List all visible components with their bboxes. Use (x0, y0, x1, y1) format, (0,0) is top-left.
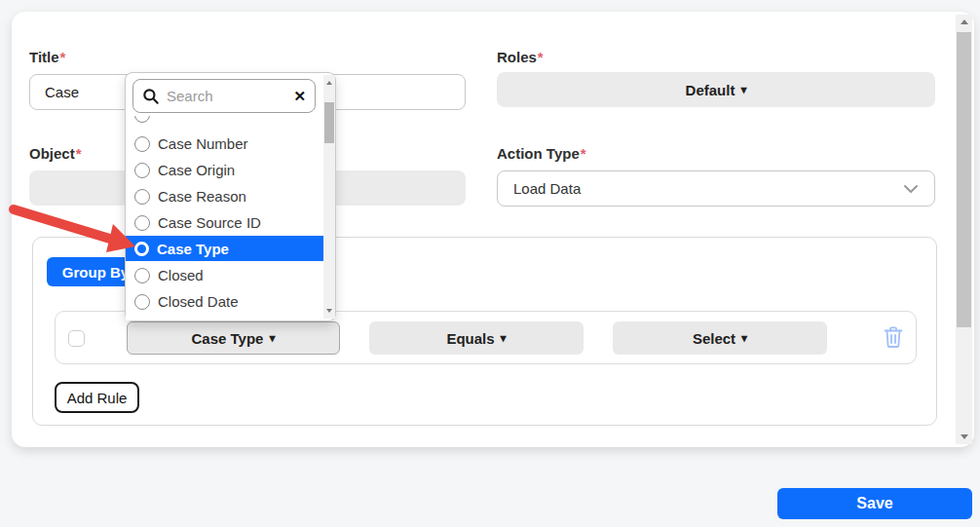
required-asterisk: * (538, 49, 544, 65)
option-label: Closed (158, 267, 204, 283)
caret-down-icon: ▾ (269, 332, 275, 344)
add-rule-button-label: Add Rule (67, 390, 128, 406)
action-type-label: Action Type* (497, 145, 586, 162)
modal-scrollbar-thumb[interactable] (957, 32, 971, 327)
chevron-down-icon (903, 180, 919, 197)
required-asterisk: * (581, 145, 586, 162)
object-label-text: Object (29, 145, 75, 162)
group-by-button-label: Group By (62, 264, 129, 281)
dropdown-option-case-number[interactable]: Case Number (126, 131, 323, 157)
action-type-label-text: Action Type (497, 145, 580, 162)
dropdown-option-closed-date[interactable]: Closed Date (126, 288, 323, 315)
dropdown-search-box: ✕ (132, 79, 316, 113)
radio-icon (134, 294, 150, 310)
clipped-radio-icon (134, 116, 150, 123)
dropdown-option-case-reason[interactable]: Case Reason (126, 183, 323, 209)
radio-icon (134, 163, 150, 178)
search-icon (142, 88, 160, 105)
radio-icon (134, 136, 150, 152)
trash-icon (882, 324, 905, 353)
required-asterisk: * (76, 145, 82, 162)
scroll-down-arrow-icon[interactable] (323, 305, 335, 317)
roles-dropdown-value: Default (686, 82, 735, 98)
roles-dropdown-button[interactable]: Default ▾ (497, 72, 935, 107)
rule-field-value: Case Type (192, 330, 264, 347)
page: Title* Case Roles* Default ▾ Object* Act… (0, 0, 980, 527)
dropdown-option-case-origin[interactable]: Case Origin (126, 157, 323, 183)
action-type-select-value: Load Data (513, 180, 581, 197)
rule-value-value: Select (693, 330, 735, 347)
rule-operator-dropdown-button[interactable]: Equals ▾ (369, 321, 584, 355)
save-button[interactable]: Save (777, 488, 972, 519)
radio-icon (134, 189, 150, 205)
object-label: Object* (29, 145, 82, 162)
field-picker-dropdown: ✕ Case Number Case Origin Case Reason Ca… (125, 72, 336, 321)
action-type-select[interactable]: Load Data (497, 170, 935, 207)
caret-down-icon: ▾ (741, 332, 747, 344)
option-label: Case Reason (158, 188, 246, 205)
save-button-label: Save (856, 495, 892, 512)
dropdown-option-case-type-selected[interactable]: Case Type (126, 236, 323, 261)
option-label: Case Type (157, 241, 229, 257)
scroll-up-arrow-icon[interactable] (323, 77, 335, 89)
scroll-down-arrow-icon[interactable] (956, 430, 972, 444)
radio-icon (134, 268, 150, 283)
rule-operator-value: Equals (446, 330, 494, 347)
dropdown-option-clipped[interactable] (126, 315, 323, 320)
option-label: Case Origin (158, 162, 235, 178)
clear-search-icon[interactable]: ✕ (293, 89, 306, 103)
roles-label-text: Roles (497, 49, 537, 65)
title-label: Title* (29, 49, 65, 65)
radio-selected-icon (134, 242, 149, 256)
required-asterisk: * (60, 49, 66, 65)
rule-value-dropdown-button[interactable]: Select ▾ (613, 321, 827, 355)
caret-down-icon: ▾ (740, 84, 746, 95)
option-label: Case Number (158, 135, 248, 152)
modal-scrollbar[interactable] (956, 15, 972, 444)
roles-label: Roles* (497, 49, 544, 65)
caret-down-icon: ▾ (501, 332, 507, 344)
dropdown-option-list: Case Number Case Origin Case Reason Case… (126, 116, 323, 320)
dropdown-scrollbar[interactable] (323, 75, 335, 319)
rule-checkbox[interactable] (68, 330, 85, 347)
rule-field-dropdown-button[interactable]: Case Type ▾ (127, 321, 340, 355)
dropdown-option-case-source-id[interactable]: Case Source ID (126, 209, 323, 236)
dropdown-search-input[interactable] (167, 88, 286, 104)
option-label: Case Source ID (158, 214, 261, 231)
radio-icon (134, 320, 150, 321)
add-rule-button[interactable]: Add Rule (55, 382, 139, 413)
dropdown-option-closed[interactable]: Closed (126, 262, 323, 288)
title-input-value: Case (45, 84, 79, 100)
dropdown-scrollbar-thumb[interactable] (324, 102, 334, 143)
scroll-up-arrow-icon[interactable] (956, 15, 972, 29)
option-label: Closed Date (158, 293, 239, 310)
title-label-text: Title (29, 49, 59, 65)
delete-rule-button[interactable] (879, 322, 908, 354)
radio-icon (134, 215, 150, 231)
